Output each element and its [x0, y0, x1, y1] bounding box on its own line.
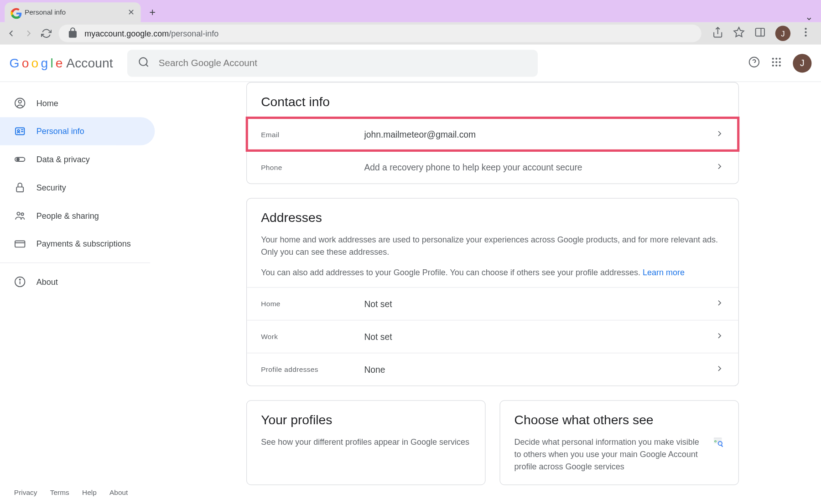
new-tab-button[interactable]: +: [144, 2, 161, 22]
svg-point-20: [17, 130, 19, 132]
sidebar-divider: [0, 262, 150, 263]
footer-privacy[interactable]: Privacy: [14, 489, 37, 497]
email-row[interactable]: Email john.mailmeteor@gmail.com: [247, 118, 738, 150]
work-address-row[interactable]: Work Not set: [247, 320, 738, 353]
footer-terms[interactable]: Terms: [50, 489, 69, 497]
search-icon: [138, 56, 150, 70]
forward-button[interactable]: [23, 27, 34, 39]
bookmark-icon[interactable]: [733, 26, 745, 41]
svg-rect-26: [15, 241, 25, 247]
footer-links: Privacy Terms Help About: [0, 482, 142, 504]
card-description: See how your different profiles appear i…: [261, 436, 471, 448]
svg-point-5: [139, 57, 147, 65]
svg-point-10: [779, 57, 781, 59]
back-button[interactable]: [6, 27, 16, 39]
help-icon[interactable]: [748, 56, 760, 70]
share-icon[interactable]: [712, 26, 724, 41]
browser-tab-strip: Personal info ✕ + ⌄: [0, 0, 821, 22]
row-label: Work: [261, 333, 364, 341]
sidebar-item-data-privacy[interactable]: Data & privacy: [0, 145, 155, 174]
sidebar-item-label: Home: [36, 98, 58, 108]
svg-point-4: [805, 35, 806, 36]
profile-avatar[interactable]: J: [793, 54, 811, 72]
svg-point-7: [749, 57, 759, 67]
svg-point-30: [20, 279, 21, 280]
learn-more-link[interactable]: Learn more: [643, 268, 685, 278]
contact-info-card: Contact info Email john.mailmeteor@gmail…: [246, 82, 739, 184]
your-profiles-card[interactable]: Your profiles See how your different pro…: [246, 400, 486, 485]
magnifier-illustration: [712, 436, 724, 473]
tab-close-icon[interactable]: ✕: [128, 8, 135, 17]
card-heading: Contact info: [247, 82, 738, 118]
svg-point-3: [805, 31, 806, 33]
lock-icon: [67, 26, 79, 40]
apps-grid-icon[interactable]: [770, 56, 782, 70]
tab-title: Personal info: [25, 8, 123, 16]
svg-point-9: [775, 57, 777, 59]
row-value: Not set: [364, 332, 715, 342]
sidebar-item-label: Security: [36, 183, 66, 192]
footer-about[interactable]: About: [109, 489, 128, 497]
svg-point-11: [772, 61, 774, 62]
sidebar-item-personal-info[interactable]: Personal info: [0, 117, 155, 145]
svg-point-8: [772, 57, 774, 59]
svg-point-15: [775, 64, 777, 66]
svg-point-16: [779, 64, 781, 66]
svg-rect-19: [16, 128, 24, 134]
url-path: /personal-info: [169, 29, 218, 38]
sidebar-item-payments[interactable]: Payments & subscriptions: [0, 230, 155, 258]
card-heading: Addresses: [247, 199, 738, 234]
chevron-right-icon: [715, 364, 724, 375]
svg-rect-0: [756, 28, 764, 36]
svg-point-18: [18, 100, 21, 103]
row-value: None: [364, 365, 715, 375]
sidebar: Home Personal info Data & privacy Securi…: [0, 82, 164, 504]
search-input[interactable]: [159, 58, 527, 68]
reload-button[interactable]: [41, 27, 52, 39]
address-bar[interactable]: myaccount.google.com/personal-info: [59, 25, 701, 42]
card-heading: Your profiles: [247, 401, 485, 436]
browser-tab[interactable]: Personal info ✕: [5, 2, 140, 22]
svg-point-14: [772, 64, 774, 66]
row-value: john.mailmeteor@gmail.com: [364, 129, 715, 139]
sidebar-item-people-sharing[interactable]: People & sharing: [0, 201, 155, 230]
row-value: Add a recovery phone to help keep your a…: [364, 162, 715, 172]
svg-point-25: [21, 213, 23, 215]
kebab-menu-icon[interactable]: [800, 26, 812, 41]
google-favicon: [10, 8, 20, 17]
sidebar-item-label: Personal info: [36, 127, 84, 136]
choose-others-see-card[interactable]: Choose what others see Decide what perso…: [499, 400, 739, 485]
person-circle-icon: [14, 97, 27, 109]
card-description: Decide what personal information you mak…: [514, 436, 703, 473]
card-description: Your home and work addresses are used to…: [247, 234, 738, 267]
svg-point-24: [17, 212, 20, 215]
footer-help[interactable]: Help: [82, 489, 97, 497]
sidebar-item-security[interactable]: Security: [0, 174, 155, 202]
svg-rect-32: [714, 437, 722, 439]
sidebar-item-label: About: [36, 277, 58, 287]
svg-rect-35: [717, 441, 721, 441]
profile-avatar-chrome[interactable]: J: [775, 26, 790, 41]
sidebar-item-label: Data & privacy: [36, 154, 90, 164]
panel-icon[interactable]: [754, 26, 766, 41]
svg-point-34: [715, 441, 716, 442]
card-heading: Choose what others see: [500, 401, 738, 436]
app-header: Google Account J: [0, 45, 821, 82]
google-account-logo[interactable]: Google Account: [10, 55, 113, 70]
sidebar-item-about[interactable]: About: [0, 268, 155, 296]
row-label: Phone: [261, 163, 364, 171]
chevron-right-icon: [715, 129, 724, 140]
home-address-row[interactable]: Home Not set: [247, 287, 738, 320]
sidebar-item-home[interactable]: Home: [0, 89, 155, 117]
profile-addresses-row[interactable]: Profile addresses None: [247, 353, 738, 386]
sidebar-item-label: People & sharing: [36, 211, 99, 221]
svg-point-12: [775, 61, 777, 62]
chevron-down-icon[interactable]: ⌄: [805, 11, 813, 22]
row-label: Profile addresses: [261, 365, 364, 374]
browser-toolbar: myaccount.google.com/personal-info J: [0, 22, 821, 45]
svg-point-13: [779, 61, 781, 62]
sidebar-item-label: Payments & subscriptions: [36, 239, 131, 249]
search-box[interactable]: [127, 50, 537, 77]
phone-row[interactable]: Phone Add a recovery phone to help keep …: [247, 150, 738, 183]
id-card-icon: [14, 125, 27, 137]
